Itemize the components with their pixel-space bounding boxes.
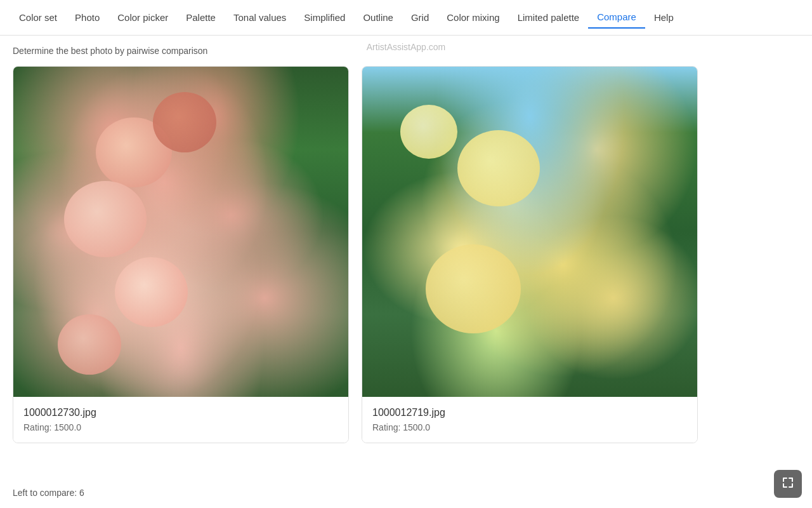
rose-right-decoration-2 (426, 244, 521, 333)
photo-image-right (362, 67, 697, 397)
rose-decoration-3 (64, 181, 147, 257)
rose-decoration-5 (58, 314, 121, 375)
rose-decoration-4 (115, 257, 188, 327)
photo-info-left: 1000012730.jpg Rating: 1500.0 (13, 397, 348, 443)
photo-filename-left: 1000012730.jpg (23, 407, 338, 418)
photo-card-left[interactable]: 1000012730.jpg Rating: 1500.0 (13, 66, 349, 443)
nav-item-help[interactable]: Help (645, 7, 683, 28)
fullscreen-icon (782, 476, 794, 492)
nav-item-compare[interactable]: Compare (588, 6, 645, 29)
rose-right-decoration-3 (400, 105, 457, 159)
footer-left-to-compare: Left to compare: 6 (13, 488, 84, 498)
photos-grid: 1000012730.jpg Rating: 1500.0 1000012719… (13, 66, 799, 443)
photo-filename-right: 1000012719.jpg (372, 407, 687, 418)
nav-item-photo[interactable]: Photo (66, 7, 108, 28)
photo-info-right: 1000012719.jpg Rating: 1500.0 (362, 397, 697, 443)
main-content: Determine the best photo by pairwise com… (0, 36, 812, 453)
photo-card-right[interactable]: 1000012719.jpg Rating: 1500.0 (362, 66, 698, 443)
nav-item-simplified[interactable]: Simplified (295, 7, 354, 28)
nav-item-palette[interactable]: Palette (177, 7, 225, 28)
photo-rating-right: Rating: 1500.0 (372, 422, 687, 432)
nav-item-color-mixing[interactable]: Color mixing (438, 7, 508, 28)
nav-item-color-picker[interactable]: Color picker (108, 7, 177, 28)
watermark: ArtistAssistApp.com (367, 42, 445, 52)
nav-item-color-set[interactable]: Color set (10, 7, 66, 28)
fullscreen-button[interactable] (774, 470, 802, 498)
photo-rating-left: Rating: 1500.0 (23, 422, 338, 432)
nav-item-limited-palette[interactable]: Limited palette (509, 7, 589, 28)
main-navigation: Color set Photo Color picker Palette Ton… (0, 0, 812, 36)
nav-item-tonal-values[interactable]: Tonal values (225, 7, 295, 28)
photo-image-left (13, 67, 348, 397)
rose-decoration-2 (153, 92, 216, 152)
rose-right-decoration-1 (457, 130, 540, 206)
nav-item-outline[interactable]: Outline (354, 7, 402, 28)
nav-item-grid[interactable]: Grid (402, 7, 438, 28)
